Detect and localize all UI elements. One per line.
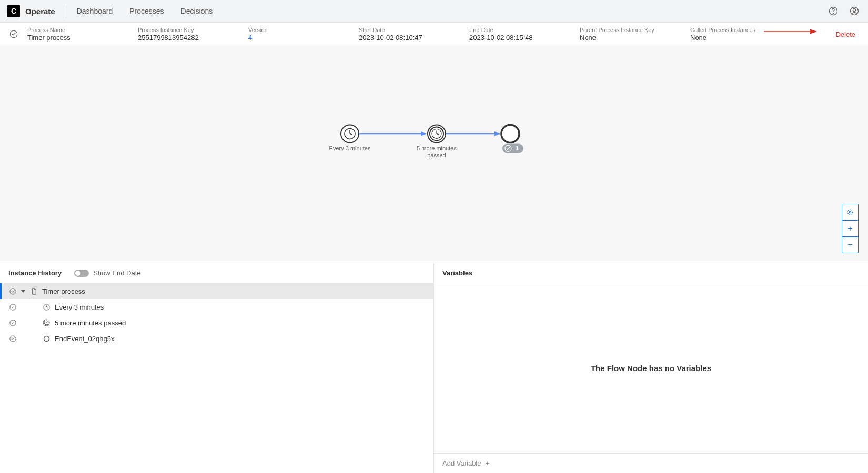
instance-history-panel: Instance History Show End Date Timer pro… bbox=[0, 263, 434, 473]
history-row-label: EndEvent_02qhg5x bbox=[55, 335, 114, 343]
svg-rect-16 bbox=[502, 143, 523, 153]
history-row-timer[interactable]: Every 3 minutes bbox=[0, 299, 433, 315]
end-date: 2023-10-02 08:15:48 bbox=[469, 34, 580, 42]
chevron-down-icon bbox=[21, 290, 25, 293]
brand-label: Operate bbox=[25, 7, 55, 16]
zoom-controls: + − bbox=[842, 204, 859, 253]
svg-point-3 bbox=[853, 8, 856, 11]
brand-icon[interactable]: C bbox=[7, 5, 20, 17]
variables-panel: Variables The Flow Node has no Variables… bbox=[434, 263, 868, 473]
start-date-label: Start Date bbox=[359, 27, 469, 33]
check-icon bbox=[8, 303, 17, 311]
bottom-panels: Instance History Show End Date Timer pro… bbox=[0, 263, 868, 473]
nav-processes[interactable]: Processes bbox=[129, 7, 164, 15]
intermediate-event-node[interactable] bbox=[428, 125, 446, 142]
history-row-timer[interactable]: 5 more minutes passed bbox=[0, 315, 433, 331]
parent-key-label: Parent Process Instance Key bbox=[580, 27, 690, 33]
intermediate-event-label-2: passed bbox=[427, 152, 446, 158]
version-label: Version bbox=[248, 27, 359, 33]
parent-key: None bbox=[580, 34, 690, 42]
history-list: Timer process Every 3 minutes 5 more min… bbox=[0, 283, 433, 473]
process-name: Timer process bbox=[27, 34, 138, 42]
help-icon[interactable] bbox=[827, 5, 840, 17]
zoom-in-button[interactable]: + bbox=[842, 220, 859, 237]
clock-double-icon bbox=[42, 318, 51, 327]
history-row-label: 5 more minutes passed bbox=[55, 319, 126, 327]
intermediate-event-label-1: 5 more minutes bbox=[417, 145, 457, 151]
variables-header: Variables bbox=[434, 263, 868, 283]
end-event-node[interactable] bbox=[501, 125, 519, 142]
called-instances-label: Called Process Instances bbox=[690, 27, 785, 33]
nav-decisions[interactable]: Decisions bbox=[181, 7, 213, 15]
end-event-count: 1 bbox=[516, 145, 519, 151]
instance-key-label: Process Instance Key bbox=[138, 27, 248, 33]
nav-dashboard[interactable]: Dashboard bbox=[77, 7, 113, 15]
variables-empty-text: The Flow Node has no Variables bbox=[591, 364, 711, 373]
check-icon bbox=[8, 287, 17, 295]
history-row-end[interactable]: EndEvent_02qhg5x bbox=[0, 331, 433, 346]
history-row-label: Every 3 minutes bbox=[55, 303, 104, 311]
instance-history-header: Instance History Show End Date bbox=[0, 263, 433, 283]
start-event-node[interactable] bbox=[341, 125, 359, 142]
show-end-date-label: Show End Date bbox=[93, 269, 140, 277]
delete-button[interactable]: Delete bbox=[835, 30, 861, 38]
end-date-label: End Date bbox=[469, 27, 580, 33]
check-icon bbox=[8, 334, 17, 343]
end-event-icon bbox=[42, 334, 51, 343]
svg-point-15 bbox=[501, 125, 519, 142]
svg-point-27 bbox=[44, 336, 49, 341]
instance-header: Process Name Timer process Process Insta… bbox=[0, 23, 868, 46]
add-variable-label: Add Variable bbox=[442, 459, 481, 467]
called-instances: None bbox=[690, 34, 785, 42]
show-end-date-toggle[interactable]: Show End Date bbox=[74, 269, 140, 277]
svg-point-18 bbox=[849, 211, 851, 213]
end-event-badge: 1 bbox=[502, 143, 523, 153]
check-icon bbox=[8, 318, 17, 327]
svg-point-19 bbox=[847, 210, 852, 214]
zoom-out-button[interactable]: − bbox=[842, 236, 859, 253]
toggle-switch-icon bbox=[74, 270, 89, 277]
start-date: 2023-10-02 08:10:47 bbox=[359, 34, 469, 42]
start-event-label: Every 3 minutes bbox=[329, 145, 371, 151]
instance-key: 2551799813954282 bbox=[138, 34, 248, 42]
divider bbox=[66, 5, 66, 17]
process-diagram: Every 3 minutes 5 more minutes passed 1 bbox=[329, 118, 539, 181]
history-row-label: Timer process bbox=[42, 287, 85, 295]
zoom-reset-button[interactable] bbox=[842, 204, 859, 221]
status-completed-icon bbox=[7, 28, 20, 40]
user-icon[interactable] bbox=[848, 5, 861, 17]
add-variable-button[interactable]: Add Variable + bbox=[434, 453, 868, 473]
variables-title: Variables bbox=[442, 269, 472, 277]
instance-history-title: Instance History bbox=[8, 269, 62, 277]
top-bar: C Operate Dashboard Processes Decisions bbox=[0, 0, 868, 23]
clock-icon bbox=[42, 303, 51, 311]
svg-point-1 bbox=[833, 13, 834, 14]
version-link[interactable]: 4 bbox=[248, 34, 359, 42]
plus-icon: + bbox=[485, 459, 489, 467]
file-icon bbox=[29, 287, 38, 295]
process-name-label: Process Name bbox=[27, 27, 138, 33]
diagram-area[interactable]: Every 3 minutes 5 more minutes passed 1 bbox=[0, 46, 868, 263]
history-row-process[interactable]: Timer process bbox=[0, 283, 433, 299]
variables-body: The Flow Node has no Variables bbox=[434, 283, 868, 453]
